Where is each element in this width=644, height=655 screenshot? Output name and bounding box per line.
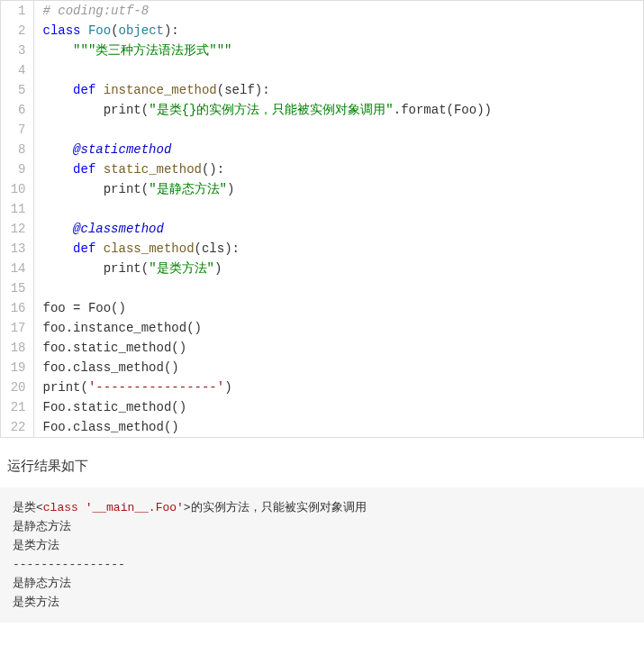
code-line: 16foo = Foo() (1, 298, 643, 318)
code-content: print("是类方法") (33, 259, 643, 278)
code-line: 7 (1, 120, 643, 140)
code-content: foo = Foo() (33, 298, 643, 318)
code-line: 8 @staticmethod (1, 140, 643, 159)
code-content: print("是静态方法") (33, 179, 643, 199)
line-number: 9 (1, 159, 33, 179)
code-line: 22Foo.class_method() (1, 417, 643, 437)
line-number: 4 (1, 60, 33, 80)
line-number: 19 (1, 358, 33, 378)
line-number: 10 (1, 179, 33, 199)
code-content: @staticmethod (33, 140, 643, 159)
output-line: 是类<class '__main__.Foo'>的实例方法，只能被实例对象调用 (13, 498, 631, 517)
code-content (33, 199, 643, 219)
line-number: 20 (1, 378, 33, 397)
output-line: ---------------- (13, 555, 631, 574)
line-number: 22 (1, 417, 33, 437)
code-line: 15 (1, 278, 643, 298)
code-table: 1# coding:utf-82class Foo(object):3 """类… (1, 1, 643, 437)
output-line: 是静态方法 (13, 574, 631, 593)
line-number: 15 (1, 278, 33, 298)
line-number: 13 (1, 239, 33, 259)
code-line: 6 print("是类{}的实例方法，只能被实例对象调用".format(Foo… (1, 100, 643, 120)
code-content: foo.instance_method() (33, 318, 643, 338)
line-number: 1 (1, 1, 33, 21)
line-number: 3 (1, 41, 33, 60)
line-number: 8 (1, 140, 33, 159)
code-line: 17foo.instance_method() (1, 318, 643, 338)
output-line: 是类方法 (13, 593, 631, 612)
code-content: def static_method(): (33, 159, 643, 179)
code-line: 1# coding:utf-8 (1, 1, 643, 21)
code-line: 13 def class_method(cls): (1, 239, 643, 259)
code-line: 4 (1, 60, 643, 80)
code-content (33, 278, 643, 298)
code-block: 1# coding:utf-82class Foo(object):3 """类… (0, 0, 644, 438)
code-content: Foo.class_method() (33, 417, 643, 437)
code-line: 20print('----------------') (1, 378, 643, 397)
code-line: 19foo.class_method() (1, 358, 643, 378)
line-number: 16 (1, 298, 33, 318)
line-number: 17 (1, 318, 33, 338)
code-content: Foo.static_method() (33, 397, 643, 417)
line-number: 7 (1, 120, 33, 140)
code-content: @classmethod (33, 219, 643, 239)
code-content: def instance_method(self): (33, 80, 643, 100)
code-line: 9 def static_method(): (1, 159, 643, 179)
code-content: """类三种方法语法形式""" (33, 41, 643, 60)
code-line: 14 print("是类方法") (1, 259, 643, 278)
code-content: foo.class_method() (33, 358, 643, 378)
line-number: 11 (1, 199, 33, 219)
section-label: 运行结果如下 (7, 458, 644, 475)
code-content (33, 60, 643, 80)
code-content (33, 120, 643, 140)
code-content: class Foo(object): (33, 21, 643, 41)
output-block: 是类<class '__main__.Foo'>的实例方法，只能被实例对象调用是… (0, 487, 644, 623)
line-number: 21 (1, 397, 33, 417)
code-line: 21Foo.static_method() (1, 397, 643, 417)
code-content: # coding:utf-8 (33, 1, 643, 21)
code-line: 12 @classmethod (1, 219, 643, 239)
code-line: 2class Foo(object): (1, 21, 643, 41)
line-number: 14 (1, 259, 33, 278)
code-content: def class_method(cls): (33, 239, 643, 259)
line-number: 18 (1, 338, 33, 358)
code-line: 18foo.static_method() (1, 338, 643, 358)
line-number: 5 (1, 80, 33, 100)
line-number: 12 (1, 219, 33, 239)
line-number: 2 (1, 21, 33, 41)
output-line: 是静态方法 (13, 517, 631, 536)
code-line: 3 """类三种方法语法形式""" (1, 41, 643, 60)
code-line: 11 (1, 199, 643, 219)
code-line: 10 print("是静态方法") (1, 179, 643, 199)
output-line: 是类方法 (13, 536, 631, 555)
code-line: 5 def instance_method(self): (1, 80, 643, 100)
code-content: print("是类{}的实例方法，只能被实例对象调用".format(Foo)) (33, 100, 643, 120)
code-content: foo.static_method() (33, 338, 643, 358)
line-number: 6 (1, 100, 33, 120)
code-content: print('----------------') (33, 378, 643, 397)
